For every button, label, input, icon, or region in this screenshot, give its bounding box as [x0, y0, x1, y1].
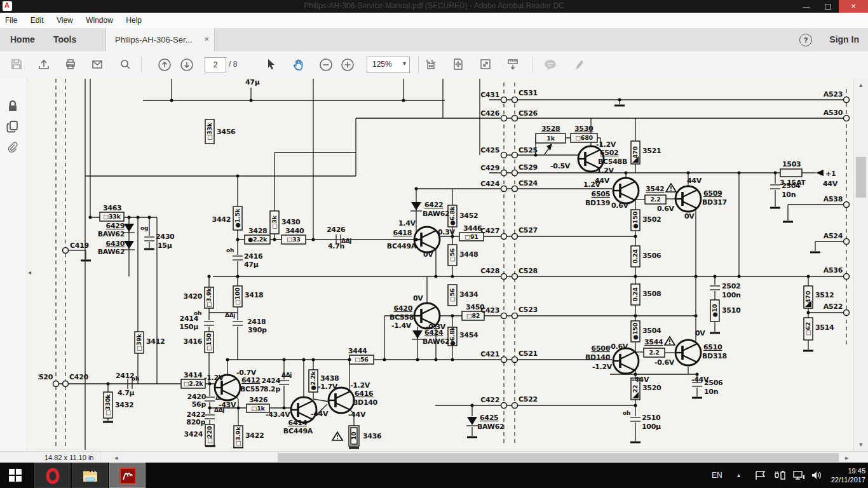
tab-document-label: Philips-AH-306-Ser... [115, 28, 192, 51]
close-button[interactable]: × [839, 0, 868, 13]
email-button[interactable] [88, 57, 106, 73]
svg-text:3436: 3436 [363, 432, 382, 440]
svg-text:56p: 56p [192, 400, 207, 409]
svg-text:47µ: 47µ [245, 78, 260, 86]
fit-page-button[interactable] [449, 57, 467, 73]
svg-text:C424: C424 [480, 180, 499, 188]
security-lock-button[interactable] [5, 98, 22, 115]
svg-text:A522: A522 [824, 302, 843, 311]
scroll-right-icon[interactable]: ▸ [845, 454, 849, 462]
svg-text:ΔΔj: ΔΔj [281, 372, 292, 378]
taskbar-opera-button[interactable] [34, 463, 71, 488]
tab-document[interactable]: Philips-AH-306-Ser... × [105, 28, 215, 51]
email-icon [91, 58, 104, 71]
svg-text:2418: 2418 [247, 318, 266, 326]
maximize-button[interactable] [817, 0, 839, 13]
svg-text:47µ: 47µ [244, 261, 259, 269]
svg-text:C423: C423 [480, 306, 499, 315]
comment-bubble-icon [543, 58, 558, 72]
svg-text:C428: C428 [480, 267, 499, 275]
page-size-label: 14.82 x 11.10 in [38, 452, 100, 463]
svg-text:C521: C521 [519, 349, 538, 358]
save-button[interactable] [8, 57, 25, 73]
next-page-button[interactable] [178, 57, 196, 73]
tab-tools[interactable]: Tools [53, 28, 76, 51]
svg-text:44V: 44V [823, 180, 838, 188]
svg-text:●1.5k: ●1.5k [234, 208, 241, 228]
svg-text:6502: 6502 [600, 149, 618, 157]
menu-edit[interactable]: Edit [31, 13, 44, 28]
power-icon[interactable] [774, 470, 787, 488]
svg-text:6429: 6429 [106, 222, 125, 230]
tab-close-icon[interactable]: × [204, 34, 209, 44]
minimize-button[interactable]: — [796, 0, 817, 13]
svg-text:3544: 3544 [644, 338, 663, 346]
start-button[interactable] [0, 463, 31, 488]
svg-text:C426: C426 [480, 109, 499, 118]
document-page[interactable]: □33k3456□33k3463●1.5k3442□3k3430●2.2k342… [27, 78, 853, 451]
comment-button[interactable] [541, 57, 559, 73]
language-indicator[interactable]: EN [712, 463, 722, 488]
sign-in-button[interactable]: Sign In [829, 28, 859, 51]
svg-text:□330k: □330k [104, 394, 111, 416]
horizontal-scrollbar[interactable]: 14.82 x 11.10 in ◂ ▸ [0, 451, 868, 463]
taskbar-explorer-button[interactable] [72, 463, 108, 488]
svg-text:-0.5V: -0.5V [550, 162, 571, 170]
menu-view[interactable]: View [57, 13, 73, 28]
taskbar-acrobat-button[interactable] [109, 463, 146, 488]
zoom-in-button[interactable] [339, 57, 356, 73]
svg-text:C419: C419 [70, 241, 89, 250]
svg-text:-0.7V: -0.7V [236, 369, 257, 377]
svg-text:6509: 6509 [703, 189, 722, 198]
svg-text:□3k: □3k [271, 215, 278, 229]
page-number-input[interactable] [205, 57, 226, 72]
zoom-level-dropdown[interactable]: 125% ▾ [367, 57, 410, 73]
page-thumbnails-button[interactable] [5, 119, 22, 135]
hidden-icons-chevron[interactable]: ▴ [737, 463, 740, 488]
select-tool-button[interactable] [262, 57, 280, 73]
previous-page-button[interactable] [156, 57, 173, 73]
menu-window[interactable]: Window [86, 13, 113, 28]
attachments-button[interactable] [5, 140, 22, 157]
volume-icon[interactable] [811, 470, 824, 488]
svg-text:3514: 3514 [815, 323, 834, 332]
network-icon[interactable] [793, 470, 806, 488]
svg-text:3438: 3438 [320, 374, 339, 383]
svg-text:3502: 3502 [642, 215, 661, 224]
scroll-down-icon[interactable]: ▾ [859, 440, 863, 449]
menu-help[interactable]: Help [126, 13, 142, 28]
scroll-left-icon[interactable]: ◂ [114, 454, 118, 462]
zoom-out-button[interactable] [317, 57, 335, 73]
svg-text:C522: C522 [519, 395, 538, 403]
cursor-icon [264, 58, 277, 71]
svg-text:3452: 3452 [459, 212, 478, 220]
svg-text:-1.2V: -1.2V [204, 374, 224, 382]
highlight-button[interactable] [570, 57, 588, 73]
svg-text:●6.8k: ●6.8k [449, 327, 456, 346]
svg-text:BAW62: BAW62 [477, 423, 504, 431]
paperclip-icon [5, 140, 20, 156]
svg-text:0V: 0V [423, 250, 433, 259]
vertical-scrollbar[interactable]: ▴ ▾ [853, 78, 868, 451]
svg-text:oh: oh [132, 376, 139, 382]
share-button[interactable] [35, 57, 53, 73]
measure-button[interactable] [504, 57, 522, 73]
menu-file[interactable]: File [5, 13, 17, 28]
fit-width-button[interactable] [422, 57, 440, 73]
svg-text:2430: 2430 [156, 233, 175, 241]
left-pane-toggle-icon[interactable]: ◂ [28, 266, 36, 280]
svg-text:-44V: -44V [311, 410, 329, 418]
tab-home[interactable]: Home [10, 28, 35, 51]
search-button[interactable] [116, 57, 134, 73]
fullscreen-button[interactable] [477, 57, 494, 73]
hand-tool-button[interactable] [289, 57, 307, 73]
vertical-scroll-thumb[interactable] [856, 157, 866, 198]
clock[interactable]: 19:45 22/11/2017 [824, 463, 865, 488]
svg-text:C525: C525 [519, 146, 538, 154]
print-button[interactable] [62, 57, 79, 73]
horizontal-scroll-thumb[interactable] [278, 453, 839, 462]
action-center-icon[interactable] [755, 470, 766, 488]
scroll-up-icon[interactable]: ▴ [859, 81, 863, 89]
svg-text:3.15AT: 3.15AT [780, 179, 806, 187]
help-icon[interactable]: ? [799, 34, 812, 46]
